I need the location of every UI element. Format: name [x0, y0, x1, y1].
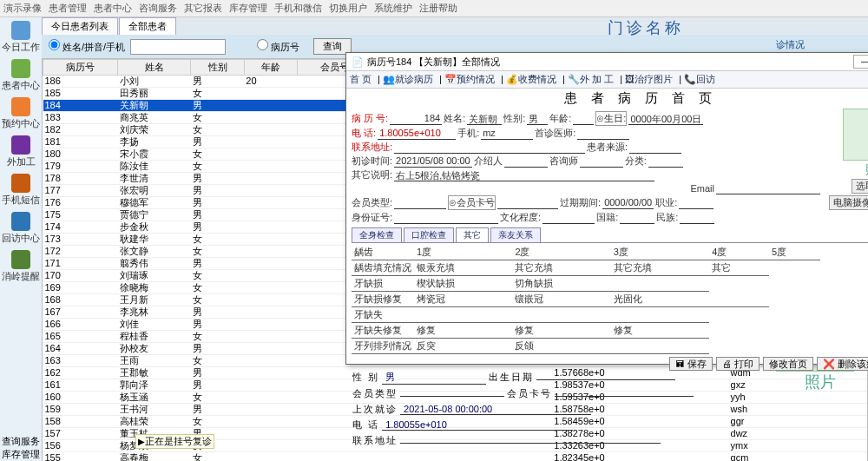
- toolbar-item[interactable]: 📞回访: [684, 74, 715, 84]
- col-header[interactable]: 年龄: [244, 60, 297, 76]
- opt-name[interactable]: 姓名/拼音/手机: [49, 39, 125, 54]
- search-input[interactable]: [130, 39, 226, 55]
- bday-button[interactable]: ⊙生日:: [595, 111, 627, 126]
- toolbar-item[interactable]: 🔧外 加 工: [568, 74, 614, 84]
- toolbar-item[interactable]: 📅预约情况: [444, 74, 495, 84]
- menu-item[interactable]: 咨询服务: [139, 3, 177, 13]
- photo-label: 照片: [825, 162, 868, 178]
- sidebar: 今日工作患者中心预约中心外加工手机短信回访中心消岭提醒: [0, 17, 42, 461]
- photo-box: 👥 照片 选取照片.. 电脑摄像头采集 拍 取: [825, 109, 868, 227]
- subtab[interactable]: 亲友关系: [490, 227, 541, 242]
- toolbar-item[interactable]: 首 页: [350, 74, 372, 84]
- menu-item[interactable]: 患者管理: [49, 3, 87, 13]
- sidebar-item[interactable]: 外加工: [7, 135, 36, 168]
- opt-recno[interactable]: 病历号: [257, 39, 299, 54]
- menu-item[interactable]: 手机和微信: [274, 3, 322, 13]
- sidebar-item[interactable]: 回访中心: [2, 212, 40, 245]
- tab-today[interactable]: 今日患者列表: [42, 17, 118, 35]
- modal-title: 病历号184 【关新朝】全部情况: [367, 56, 500, 69]
- clinic-title: 门诊名称: [608, 17, 684, 38]
- top-menu: 演示录像患者管理患者中心咨询服务其它报表库存管理手机和微信切换用户系统维护注册帮…: [0, 0, 868, 17]
- menu-item[interactable]: 系统维护: [374, 3, 412, 13]
- bottom-item[interactable]: 库存管理: [0, 448, 42, 461]
- bottom-bar: 查询服务 库存管理: [0, 435, 42, 461]
- cardno-button[interactable]: ⊙会员卡号: [448, 195, 496, 210]
- modal-toolbar: 首 页 | 👥就诊病历 | 📅预约情况 | 💰收费情况 | 🔧外 加 工 | 🖼…: [346, 71, 868, 89]
- sidebar-item[interactable]: 预约中心: [2, 97, 40, 130]
- under-panel: 性 别 男 出生日期 会员类型 会员卡号 上次就诊 2021-05-08 00:…: [345, 365, 868, 453]
- toolbar-item[interactable]: 🖼治疗图片: [625, 74, 673, 84]
- sidebar-item[interactable]: 患者中心: [2, 59, 40, 92]
- col-header[interactable]: 病历号: [43, 60, 118, 76]
- photo-image: 👥: [843, 109, 868, 161]
- menu-item[interactable]: 其它报表: [184, 3, 222, 13]
- dental-table: 龋齿1度2度3度4度5度龋齿填充情况银汞充填其它充填其它充填其它牙缺损楔状缺损切…: [352, 245, 820, 354]
- bottom-item[interactable]: 查询服务: [0, 435, 42, 448]
- menu-item[interactable]: 患者中心: [94, 3, 132, 13]
- sidebar-item[interactable]: 今日工作: [2, 21, 40, 54]
- pick-photo-button[interactable]: 选取照片..: [852, 179, 868, 194]
- subtab[interactable]: 其它: [456, 227, 489, 242]
- sidebar-item[interactable]: 手机短信: [2, 174, 40, 207]
- toolbar-item[interactable]: 👥就诊病历: [383, 74, 433, 84]
- menu-item[interactable]: 切换用户: [329, 3, 367, 13]
- row-status: ▶正在是挂号复诊: [135, 434, 214, 449]
- sub-tabs: 全身检查口腔检查其它亲友关系: [352, 227, 868, 243]
- modal-titlebar: 📄 病历号184 【关新朝】全部情况 — ☐ ✕: [346, 53, 868, 71]
- right-item: 诊情况: [776, 38, 865, 51]
- table-row[interactable]: 155高春梅女1.82345e+0gcm: [43, 452, 868, 462]
- patient-modal: 📄 病历号184 【关新朝】全部情况 — ☐ ✕ 首 页 | 👥就诊病历 | 📅…: [345, 52, 868, 365]
- menu-item[interactable]: 注册帮助: [419, 3, 457, 13]
- camera-button[interactable]: 电脑摄像头采集: [829, 195, 868, 210]
- list-tabs: 今日患者列表 全部患者: [42, 17, 868, 35]
- menu-item[interactable]: 演示录像: [3, 3, 42, 13]
- min-button[interactable]: —: [853, 55, 868, 69]
- form-title: 患 者 病 历 首 页: [346, 89, 868, 109]
- toolbar-item[interactable]: 💰收费情况: [506, 74, 556, 84]
- menu-item[interactable]: 库存管理: [229, 3, 267, 13]
- subtab[interactable]: 口腔检查: [404, 227, 454, 242]
- sidebar-item[interactable]: 消岭提醒: [2, 250, 40, 283]
- tab-all[interactable]: 全部患者: [119, 17, 176, 35]
- modal-icon: 📄: [352, 56, 364, 68]
- col-header[interactable]: 姓名: [118, 60, 191, 76]
- subtab[interactable]: 全身检查: [352, 227, 402, 242]
- col-header[interactable]: 性别: [191, 60, 244, 76]
